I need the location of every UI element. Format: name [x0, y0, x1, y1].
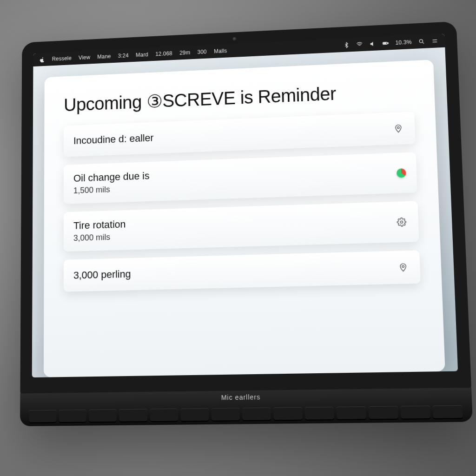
- svg-rect-1: [388, 43, 388, 44]
- menu-bar-left: Ressele View Mane 3:24 Mard 12.068 29m 3…: [40, 48, 227, 63]
- svg-rect-2: [383, 43, 386, 44]
- menu-item[interactable]: 300: [198, 49, 207, 55]
- menu-item[interactable]: Mane: [97, 53, 111, 60]
- svg-point-7: [397, 126, 399, 128]
- location-icon[interactable]: [397, 261, 410, 273]
- reminder-row[interactable]: 3,000 perling: [64, 250, 421, 291]
- menu-item[interactable]: Malls: [214, 48, 227, 55]
- menu-item[interactable]: View: [79, 54, 90, 61]
- gear-icon[interactable]: [395, 216, 408, 228]
- desktop: Ressele View Mane 3:24 Mard 12.068 29m 3…: [32, 34, 458, 378]
- reminders-list: Incoudine d: ealler Oil change due is 1,…: [64, 112, 421, 292]
- reminder-row[interactable]: Oil change due is 1,500 mils: [64, 152, 417, 204]
- laptop-frame: Ressele View Mane 3:24 Mard 12.068 29m 3…: [20, 21, 473, 426]
- apple-menu-icon[interactable]: [40, 57, 45, 63]
- svg-line-4: [423, 42, 424, 44]
- battery-icon[interactable]: [382, 40, 389, 46]
- status-dot-icon[interactable]: [397, 168, 406, 178]
- menu-item[interactable]: 12.068: [155, 50, 172, 57]
- reminder-title: 3,000 perling: [73, 262, 390, 282]
- svg-point-3: [419, 40, 423, 43]
- webcam: [233, 37, 237, 41]
- wifi-icon[interactable]: [356, 41, 363, 48]
- svg-point-8: [400, 221, 403, 223]
- control-center-icon[interactable]: [431, 38, 438, 44]
- laptop-brand: Mic earllers: [221, 393, 261, 401]
- laptop-base: Mic earllers: [20, 388, 473, 426]
- location-icon[interactable]: [392, 122, 404, 135]
- reminder-title: Incoudine d: ealler: [73, 123, 385, 147]
- menu-bar-status-text: 10.3%: [395, 39, 412, 46]
- menu-item[interactable]: 29m: [179, 49, 190, 56]
- menu-item[interactable]: Mard: [136, 52, 148, 59]
- volume-icon[interactable]: [369, 40, 376, 47]
- search-icon[interactable]: [418, 38, 425, 45]
- menu-item[interactable]: Ressele: [52, 55, 72, 62]
- reminder-row[interactable]: Tire rotation 3,000 mils: [64, 201, 419, 251]
- reminder-row[interactable]: Incoudine d: ealler: [64, 112, 416, 157]
- menu-bar-right: 10.3%: [343, 38, 438, 48]
- bluetooth-icon[interactable]: [343, 42, 350, 48]
- menu-item[interactable]: 3:24: [118, 53, 129, 59]
- page-title: Upcoming ③SCREVE is Reminder: [64, 79, 414, 115]
- reminders-window: Upcoming ③SCREVE is Reminder Incoudine d…: [44, 60, 445, 377]
- svg-point-9: [402, 265, 404, 267]
- screen-bezel: Ressele View Mane 3:24 Mard 12.068 29m 3…: [20, 21, 471, 397]
- keyboard-row: [29, 405, 463, 423]
